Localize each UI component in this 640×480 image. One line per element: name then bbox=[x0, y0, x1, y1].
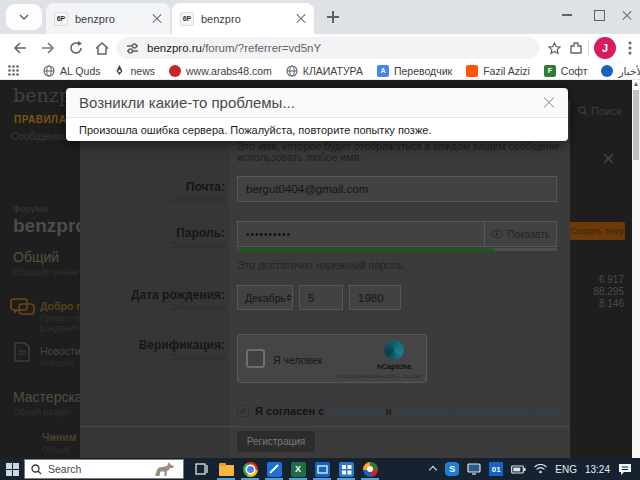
forward-icon[interactable] bbox=[34, 34, 62, 62]
tray-language[interactable]: ENG bbox=[551, 458, 581, 480]
password-field[interactable]: •••••••••• Показать bbox=[237, 221, 557, 247]
dob-month-select[interactable]: Декабрь bbox=[237, 285, 293, 310]
profile-avatar[interactable]: J bbox=[594, 37, 616, 59]
dob-day-field[interactable]: 5 bbox=[299, 285, 343, 310]
notice-close-icon[interactable] bbox=[603, 150, 615, 162]
forum-search[interactable]: Поиск bbox=[578, 105, 622, 117]
reload-icon[interactable] bbox=[62, 34, 90, 62]
hcaptcha-logo-icon bbox=[384, 340, 404, 360]
idm-button[interactable] bbox=[358, 458, 382, 480]
idm-icon bbox=[363, 462, 378, 477]
soundcloud-icon bbox=[466, 65, 478, 77]
tab-benzpro-1[interactable]: 6P benzpro bbox=[46, 3, 170, 34]
chrome-button[interactable] bbox=[238, 458, 262, 480]
privacy-link[interactable]: политикой конфиденциальности. bbox=[395, 405, 564, 417]
terms-link[interactable]: условиями bbox=[327, 405, 382, 417]
forum-heading: benzpro bbox=[13, 215, 87, 237]
page-scrollbar[interactable] bbox=[632, 80, 640, 458]
bookmark-fazil-azizi[interactable]: Fazil Azizi bbox=[466, 65, 530, 77]
scrollbar-thumb[interactable] bbox=[633, 90, 639, 160]
tab-close-icon[interactable] bbox=[152, 14, 162, 24]
hcaptcha-checkbox[interactable] bbox=[246, 349, 265, 368]
breadcrumb[interactable]: Форумы bbox=[13, 203, 49, 214]
hcaptcha-widget: Я человек hCaptcha Конфиденциальность - … bbox=[237, 334, 427, 383]
agreement-checkbox[interactable]: ✓ bbox=[237, 405, 249, 417]
dialog-close-icon[interactable] bbox=[543, 97, 555, 109]
forum-nav-rules[interactable]: ПРАВИЛА bbox=[14, 114, 66, 125]
bookmark-arabs48[interactable]: www.arabs48.com bbox=[169, 65, 272, 77]
app-blue-button[interactable] bbox=[262, 458, 286, 480]
forum-section-title[interactable]: Мастерская bbox=[13, 389, 80, 405]
back-icon[interactable] bbox=[6, 34, 34, 62]
menu-kebab-icon[interactable] bbox=[616, 34, 640, 62]
scrollbar-up-icon[interactable] bbox=[634, 82, 638, 86]
folder-icon bbox=[219, 465, 234, 476]
extensions-icon[interactable] bbox=[562, 34, 590, 62]
hcaptcha-label: Я человек bbox=[273, 354, 322, 366]
bookmark-translate[interactable]: A Переводчик bbox=[377, 65, 452, 77]
error-dialog-title: Возникли какие-то проблемы... bbox=[79, 94, 543, 111]
tray-skype-icon[interactable]: S bbox=[441, 458, 463, 480]
bookmark-soft[interactable]: F Софт bbox=[544, 65, 588, 77]
task-view-button[interactable] bbox=[190, 458, 214, 480]
dob-year-field[interactable]: 1980 bbox=[349, 285, 401, 310]
app-window-button[interactable] bbox=[310, 458, 334, 480]
error-dialog: Возникли какие-то проблемы... Произошла … bbox=[66, 88, 568, 141]
forum-tab-messages[interactable]: Сообщения bbox=[11, 131, 65, 142]
show-password-button[interactable]: Показать bbox=[484, 222, 556, 246]
bookmark-klaiatura[interactable]: КЛАИАТУРА bbox=[286, 65, 363, 77]
tray-display-icon[interactable] bbox=[463, 458, 485, 480]
toolbar-separator bbox=[588, 40, 589, 56]
forum-node-title[interactable]: Чиним bbox=[42, 431, 80, 443]
password-required: Обязательно bbox=[80, 240, 225, 250]
forum-node-title[interactable]: Новости bbox=[40, 345, 80, 357]
tab-benzpro-2[interactable]: 6P benzpro bbox=[172, 3, 314, 34]
app-grid-button[interactable] bbox=[334, 458, 358, 480]
benzpro-favicon: 6P bbox=[180, 12, 194, 26]
window-close-button[interactable] bbox=[612, 0, 640, 30]
tray-network-icon[interactable] bbox=[530, 458, 551, 480]
tab-search-button[interactable] bbox=[6, 4, 42, 30]
forum-node-sub: Приветствия, дни bbox=[40, 313, 80, 323]
register-submit-button[interactable]: Регистрация bbox=[237, 431, 315, 452]
blue-grid-app-icon bbox=[339, 462, 354, 477]
bookmark-akhbar[interactable]: أهم الأخبار bbox=[601, 65, 640, 77]
tab-close-icon[interactable] bbox=[296, 14, 306, 24]
chat-bubbles-icon bbox=[10, 298, 36, 320]
form-footer-divider bbox=[80, 426, 570, 427]
file-explorer-button[interactable] bbox=[214, 458, 238, 480]
taskbar-search-box[interactable]: Search bbox=[24, 459, 184, 479]
browser-toolbar: benzpro.ru/forum/?referrer=vd5nY J bbox=[0, 34, 640, 62]
window-maximize-button[interactable] bbox=[584, 0, 614, 30]
tray-battery-icon[interactable] bbox=[507, 458, 530, 480]
eye-icon bbox=[491, 230, 503, 238]
verification-required: Обязательно bbox=[80, 352, 225, 362]
forum-node-title[interactable]: Добро пожаловать bbox=[40, 300, 80, 312]
hcaptcha-links[interactable]: Конфиденциальность - Условия bbox=[336, 373, 422, 379]
email-field[interactable]: bergut0404@gmail.com bbox=[237, 176, 557, 202]
globe-icon bbox=[286, 65, 298, 77]
tray-clock[interactable]: 13:24 bbox=[581, 458, 614, 480]
tab-title: benzpro bbox=[201, 13, 296, 25]
home-icon[interactable] bbox=[88, 34, 116, 62]
site-settings-tune-icon[interactable] bbox=[126, 42, 139, 55]
bookmark-al-quds[interactable]: AL Quds bbox=[43, 65, 100, 77]
document-icon bbox=[14, 342, 30, 362]
excel-button[interactable]: X bbox=[286, 458, 310, 480]
apps-grid-icon[interactable] bbox=[8, 65, 19, 76]
new-tab-button[interactable] bbox=[324, 8, 342, 26]
window-minimize-button[interactable] bbox=[552, 0, 582, 30]
pen-icon bbox=[114, 65, 125, 76]
notification-center-icon[interactable] bbox=[614, 458, 640, 480]
forum-node-sub: рождения bbox=[40, 323, 80, 333]
address-bar[interactable]: benzpro.ru/forum/?referrer=vd5nY bbox=[116, 37, 540, 59]
bookmark-news[interactable]: news bbox=[114, 65, 155, 77]
blue-app-icon bbox=[267, 462, 282, 477]
forum-section-title[interactable]: Общий bbox=[13, 249, 59, 265]
akhbar-icon bbox=[601, 65, 613, 77]
tray-calendar-icon[interactable]: 01 bbox=[485, 458, 507, 480]
tray-expand-chevron[interactable] bbox=[425, 458, 441, 480]
create-thread-button[interactable]: Создать тему... bbox=[567, 222, 625, 240]
start-button[interactable] bbox=[0, 458, 24, 480]
error-dialog-message: Произошла ошибка сервера. Пожалуйста, по… bbox=[66, 118, 568, 141]
